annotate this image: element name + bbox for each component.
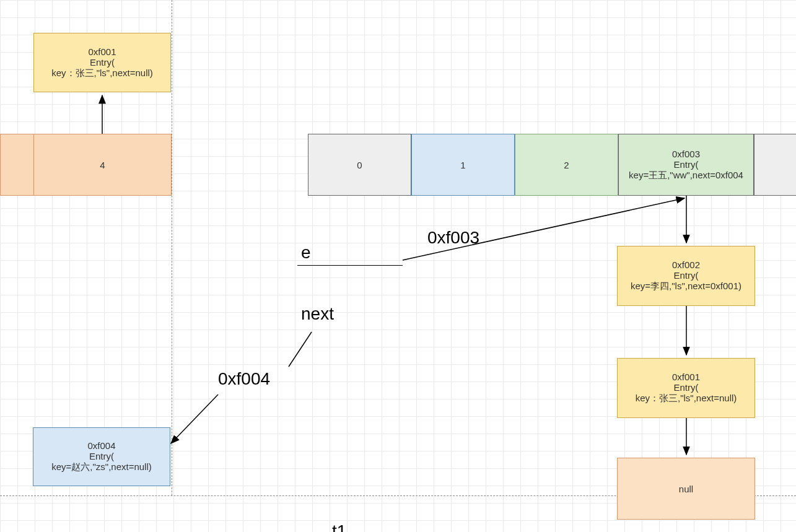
entry-type: Entry( [670, 159, 702, 170]
entry-type: Entry( [670, 270, 702, 281]
entry-box-top-left: 0xf001 Entry( key：张三,"ls",next=null) [33, 33, 171, 92]
left-array-cell-1: 4 [33, 134, 172, 196]
chain-entry-2: 0xf001 Entry( key：张三,"ls",next=null) [617, 358, 755, 418]
cell-value: 2 [560, 160, 572, 170]
right-array-cell-1: 1 [411, 134, 515, 196]
entry-detail: key：张三,"ls",next=null) [632, 393, 741, 404]
label-t1: t1 [332, 521, 346, 532]
dashed-vertical-line [172, 0, 172, 495]
entry-addr: 0xf001 [84, 46, 120, 57]
entry-detail: key：张三,"ls",next=null) [48, 68, 157, 79]
label-next: next [301, 304, 334, 324]
chain-entry-1: 0xf002 Entry( key=李四,"ls",next=0xf001) [617, 246, 755, 306]
right-array-cell-3: 0xf003 Entry( key=王五,"ww",next=0xf004 [618, 134, 754, 196]
entry-addr: 0xf001 [668, 372, 704, 382]
cell-value: 0 [353, 160, 365, 170]
entry-detail: key=李四,"ls",next=0xf001) [627, 281, 745, 292]
right-array-cell-2: 2 [515, 134, 618, 196]
entry-addr: 0xf003 [668, 149, 704, 159]
entry-detail: key=王五,"ww",next=0xf004 [625, 170, 747, 181]
entry-type: Entry( [85, 451, 118, 461]
label-e: e [301, 243, 311, 263]
right-array-cell-0: 0 [308, 134, 411, 196]
cell-value: 4 [96, 160, 108, 170]
label-e-addr: 0xf003 [427, 228, 479, 248]
right-array-cell-4 [754, 134, 796, 196]
entry-addr: 0xf004 [84, 440, 119, 451]
null-label: null [675, 484, 697, 494]
entry-box-bottom-left: 0xf004 Entry( key=赵六,"zs",next=null) [33, 427, 170, 486]
entry-addr: 0xf002 [668, 259, 704, 270]
entry-type: Entry( [86, 57, 118, 68]
cell-value: 1 [457, 160, 469, 170]
left-array-cell-0 [0, 134, 33, 196]
label-next-addr: 0xf004 [218, 369, 270, 389]
underline-e [297, 265, 403, 266]
entry-detail: key=赵六,"zs",next=null) [48, 461, 155, 473]
entry-type: Entry( [670, 382, 702, 393]
null-box: null [617, 458, 755, 520]
